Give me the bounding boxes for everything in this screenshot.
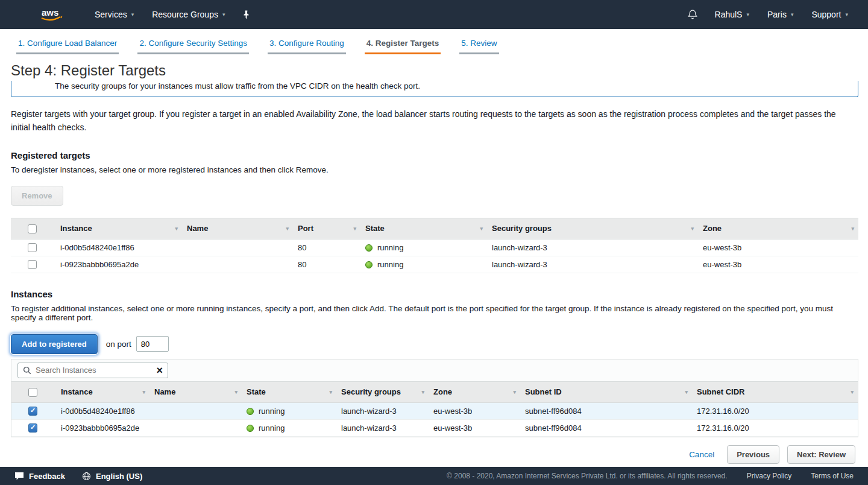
column-header-security-groups[interactable]: Security groups▾ <box>487 218 698 239</box>
terms-of-use-link[interactable]: Terms of Use <box>811 472 854 480</box>
aws-console-page: aws Services ▾ Resource Groups ▾ <box>0 0 868 485</box>
instances-heading: Instances <box>11 289 857 299</box>
cancel-link[interactable]: Cancel <box>689 450 714 459</box>
wizard-actions: Cancel Previous Next: Review <box>0 437 868 464</box>
zone-cell: eu-west-3b <box>429 419 520 436</box>
name-cell <box>149 402 242 419</box>
sort-caret-icon: ▾ <box>691 226 694 232</box>
privacy-policy-link[interactable]: Privacy Policy <box>747 472 792 480</box>
state-cell: running <box>360 239 487 256</box>
search-instances-input[interactable] <box>36 366 152 375</box>
region-name: Paris <box>767 10 787 19</box>
clear-search-icon[interactable]: × <box>156 365 163 376</box>
add-to-registered-row: Add to registered on port <box>11 334 857 354</box>
sort-caret-icon: ▾ <box>286 226 289 232</box>
registered-targets-description: To deregister instances, select one or m… <box>11 165 857 174</box>
tab-register-targets[interactable]: 4. Register Targets <box>365 37 441 54</box>
subnet-cidr-cell: 172.31.16.0/20 <box>692 419 858 436</box>
instances-table: Instance▾ Name▾ State▾ Security groups▾ … <box>11 381 858 437</box>
add-to-registered-button[interactable]: Add to registered <box>11 334 98 354</box>
services-menu[interactable]: Services ▾ <box>86 0 143 29</box>
row-checkbox[interactable] <box>28 260 37 269</box>
column-header-subnet-id[interactable]: Subnet ID▾ <box>520 381 692 402</box>
row-checkbox[interactable] <box>28 243 37 252</box>
footer-right: © 2008 - 2020, Amazon Internet Services … <box>447 472 854 480</box>
bell-icon <box>688 9 697 20</box>
tab-configure-load-balancer[interactable]: 1. Configure Load Balancer <box>16 37 119 54</box>
globe-icon <box>82 472 91 481</box>
account-menu[interactable]: RahulS ▾ <box>706 0 758 29</box>
footer-bar: Feedback English (US) © 2008 - 2020, Ama… <box>0 467 868 485</box>
previous-button[interactable]: Previous <box>727 445 779 464</box>
pin-icon[interactable] <box>234 0 259 29</box>
select-all-checkbox[interactable] <box>28 388 37 397</box>
state-cell: running <box>360 256 487 273</box>
copyright-text: © 2008 - 2020, Amazon Internet Services … <box>447 472 728 480</box>
pushpin-icon <box>242 10 250 19</box>
footer-left: Feedback English (US) <box>14 472 142 481</box>
select-all-checkbox[interactable] <box>28 224 37 233</box>
remove-button[interactable]: Remove <box>11 186 63 206</box>
column-header-port[interactable]: Port▾ <box>293 218 360 239</box>
column-header-subnet-cidr[interactable]: Subnet CIDR▾ <box>692 381 858 402</box>
aws-logo-icon: aws <box>37 6 65 23</box>
security-groups-cell: launch-wizard-3 <box>487 239 698 256</box>
security-groups-cell: launch-wizard-3 <box>487 256 698 273</box>
intro-text: Register targets with your target group.… <box>11 107 857 135</box>
aws-logo[interactable]: aws <box>37 6 65 23</box>
instance-id-cell: i-0d0b5d48240e1ff86 <box>55 239 182 256</box>
sort-caret-icon: ▾ <box>353 226 356 232</box>
row-checkbox-checked[interactable] <box>28 423 37 433</box>
instance-id-cell: i-0d0b5d48240e1ff86 <box>56 402 149 419</box>
row-checkbox-checked[interactable] <box>28 407 37 416</box>
chevron-down-icon: ▾ <box>746 11 749 17</box>
column-header-state[interactable]: State▾ <box>242 381 336 402</box>
language-selector[interactable]: English (US) <box>82 472 142 481</box>
info-alert-text: The security groups for your instances m… <box>11 81 858 90</box>
speech-bubble-icon <box>14 472 24 480</box>
sort-caret-icon: ▾ <box>421 389 424 395</box>
table-row[interactable]: i-0923babbb0695a2de 80 running launch-wi… <box>11 256 858 273</box>
column-header-zone[interactable]: Zone▾ <box>698 218 858 239</box>
support-menu[interactable]: Support ▾ <box>802 0 857 29</box>
name-cell <box>182 239 293 256</box>
resource-groups-label: Resource Groups <box>152 10 218 19</box>
column-header-state[interactable]: State▾ <box>360 218 487 239</box>
name-cell <box>182 256 293 273</box>
column-header-instance[interactable]: Instance▾ <box>56 381 149 402</box>
zone-cell: eu-west-3b <box>698 239 858 256</box>
table-row[interactable]: i-0923babbb0695a2de running launch-wizar… <box>11 419 858 436</box>
tab-configure-routing[interactable]: 3. Configure Routing <box>268 37 346 54</box>
sort-caret-icon: ▾ <box>234 389 237 395</box>
tab-review[interactable]: 5. Review <box>459 37 498 54</box>
region-menu[interactable]: Paris ▾ <box>758 0 802 29</box>
resource-groups-menu[interactable]: Resource Groups ▾ <box>143 0 234 29</box>
sort-caret-icon: ▾ <box>851 389 854 395</box>
search-instances-box[interactable]: × <box>17 363 168 378</box>
table-row[interactable]: i-0d0b5d48240e1ff86 running launch-wizar… <box>11 402 858 419</box>
feedback-button[interactable]: Feedback <box>14 472 65 481</box>
column-header-name[interactable]: Name▾ <box>182 218 293 239</box>
state-cell: running <box>242 419 336 436</box>
instances-table-container: × Instance▾ Name▾ State▾ Security groups… <box>11 359 858 437</box>
column-header-instance[interactable]: Instance▾ <box>55 218 182 239</box>
sort-caret-icon: ▾ <box>480 226 483 232</box>
column-header-name[interactable]: Name▾ <box>149 381 242 402</box>
subnet-cidr-cell: 172.31.16.0/20 <box>692 402 858 419</box>
column-header-security-groups[interactable]: Security groups▾ <box>336 381 429 402</box>
notifications-bell-icon[interactable] <box>679 0 706 29</box>
instance-id-cell: i-0923babbb0695a2de <box>56 419 149 436</box>
table-row[interactable]: i-0d0b5d48240e1ff86 80 running launch-wi… <box>11 239 858 256</box>
tab-configure-security-settings[interactable]: 2. Configure Security Settings <box>137 37 249 54</box>
running-state-icon <box>365 261 373 268</box>
zone-cell: eu-west-3b <box>698 256 858 273</box>
wizard-steps: 1. Configure Load Balancer 2. Configure … <box>0 29 868 54</box>
port-input[interactable] <box>136 336 169 352</box>
next-review-button[interactable]: Next: Review <box>787 445 855 464</box>
subnet-id-cell: subnet-ff96d084 <box>520 419 692 436</box>
secondary-nav: RahulS ▾ Paris ▾ Support ▾ <box>679 0 857 29</box>
chevron-down-icon: ▾ <box>791 11 794 17</box>
registered-targets-table: Instance▾ Name▾ Port▾ State▾ Security gr… <box>11 218 858 273</box>
page-title: Step 4: Register Targets <box>11 62 868 79</box>
column-header-zone[interactable]: Zone▾ <box>429 381 520 402</box>
